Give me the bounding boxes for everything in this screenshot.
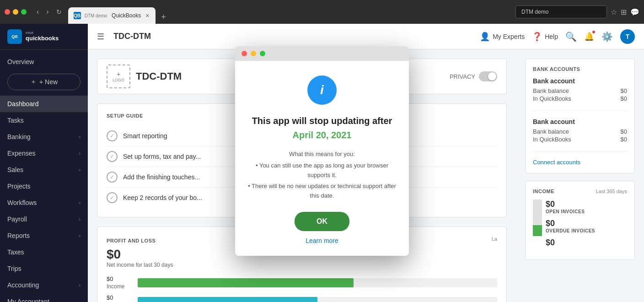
modal-titlebar [235,49,409,61]
modal-learn-more-link[interactable]: Learn more [306,237,338,244]
info-letter: i [320,83,324,97]
modal-ok-button[interactable]: OK [295,212,349,231]
modal-close-dot[interactable] [242,51,247,56]
modal-desc-intro: What this means for you: [248,150,396,159]
main-content: ☰ TDC-DTM 👤 My Experts ❓ Help 🔍 🔔 ⚙️ T [88,24,644,302]
modal-date: April 20, 2021 [248,130,396,140]
modal-info-icon: i [307,76,337,105]
modal-window: i This app will stop updating after Apri… [235,49,409,256]
modal-overlay: i This app will stop updating after Apri… [88,49,644,302]
modal-desc-line2: • There will be no new updates or techni… [248,182,396,201]
modal-description: What this means for you: • You can still… [248,150,396,201]
modal-minimize-dot[interactable] [251,51,256,56]
app-wrapper: QB intuit quickbooks Overview ＋ + New Da… [0,24,644,302]
modal-heading: This app will stop updating after [248,116,396,126]
modal-maximize-dot[interactable] [260,51,265,56]
content-area: + LOGO TDC-DTM PRIVACY SETUP GUIDE [88,49,644,302]
modal-body: i This app will stop updating after Apri… [235,61,409,256]
modal-desc-line1: • You can still use the app as long as y… [248,161,396,180]
